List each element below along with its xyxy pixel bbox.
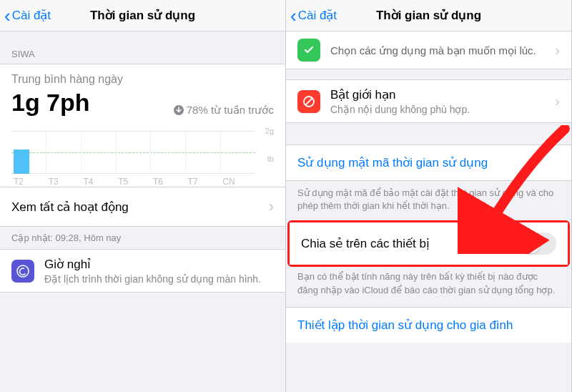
share-desc: Bạn có thể bật tính năng này trên bất kỳ… [286,265,571,306]
passcode-row[interactable]: Sử dụng mật mã thời gian sử dụng [286,144,571,181]
avg-change: 78% từ tuần trước [174,104,274,117]
chevron-right-icon: › [269,197,274,216]
arrow-down-circle-icon [174,105,184,115]
content-limits-row[interactable]: Bật giới hạn Chặn nội dung không phù hợp… [286,79,571,123]
always-allowed-row[interactable]: Chọn các ứng dụng mà bạn muốn mọi lúc. › [286,31,571,69]
limits-sub: Chặn nội dung không phù hợp. [330,104,545,115]
chevron-right-icon: › [555,93,560,109]
check-icon [297,39,320,62]
usage-card: Trung bình hàng ngày 1g 7ph 78% từ tuần … [0,64,285,227]
share-across-devices-row[interactable]: Chia sẻ trên các thiết bị [290,222,568,265]
back-label: Cài đặt [298,8,337,23]
share-label: Chia sẻ trên các thiết bị [301,236,430,251]
x-label: T6 [151,177,186,187]
downtime-row[interactable]: Giờ nghỉ Đặt lịch trình thời gian không … [0,249,285,293]
back-label: Cài đặt [12,8,51,23]
avg-change-text: 78% từ tuần trước [187,104,274,117]
always-allowed-sub: Chọn các ứng dụng mà bạn muốn mọi lúc. [330,44,545,57]
downtime-title: Giờ nghỉ [44,257,274,272]
x-label: T4 [81,177,116,187]
updated-note: Cập nhật: 09:28, Hôm nay [0,227,285,249]
x-label: T3 [46,177,82,187]
chevron-right-icon: › [555,42,560,59]
usage-chart: 2g tb T2 T3 T4 T5 T6 T7 CN [11,131,274,187]
chevron-left-icon: ‹ [4,6,11,25]
nav-bar: ‹ Cài đặt Thời gian sử dụng [286,0,571,31]
svg-line-3 [305,98,312,105]
x-label: T2 [11,177,46,187]
section-header-siwa: SIWA [0,31,285,64]
family-label: Thiết lập thời gian sử dụng cho gia đình [297,318,513,332]
nav-bar: ‹ Cài đặt Thời gian sử dụng [0,0,285,31]
screen-right: ‹ Cài đặt Thời gian sử dụng Chọn các ứng… [286,0,572,392]
share-toggle[interactable] [520,232,556,255]
x-label: CN [220,177,255,187]
back-button[interactable]: ‹ Cài đặt [4,6,51,25]
avg-label: Trung bình hàng ngày [11,73,274,86]
limits-title: Bật giới hạn [330,87,545,102]
passcode-desc: Sử dụng mật mã để bảo mật cài đặt thời g… [286,181,571,222]
y-axis-label-mid: tb [267,155,274,163]
passcode-label: Sử dụng mật mã thời gian sử dụng [297,156,488,170]
chevron-left-icon: ‹ [290,6,297,25]
x-label: T7 [186,177,221,187]
downtime-sub: Đặt lịch trình thời gian không sử dụng m… [44,273,274,285]
avg-value: 1g 7ph [11,89,90,117]
y-axis-label-top: 2g [265,127,274,135]
see-all-label: Xem tất cả hoạt động [11,200,129,215]
x-label: T5 [116,177,151,187]
moon-icon [11,260,34,283]
back-button[interactable]: ‹ Cài đặt [290,6,337,25]
no-entry-icon [297,90,320,113]
see-all-activity-row[interactable]: Xem tất cả hoạt động › [0,187,285,226]
family-row[interactable]: Thiết lập thời gian sử dụng cho gia đình [286,307,571,343]
screen-left: ‹ Cài đặt Thời gian sử dụng SIWA Trung b… [0,0,286,392]
